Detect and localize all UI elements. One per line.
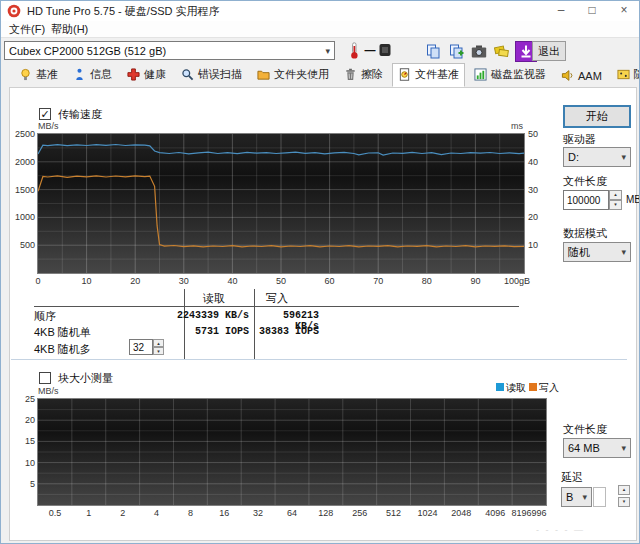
delay-spin-down: ▾ (618, 497, 630, 507)
table-divider (254, 289, 255, 359)
tab-error-scan[interactable]: 错误扫描 (175, 63, 248, 87)
tab-health[interactable]: 健康 (121, 63, 172, 87)
legend-read-label: 读取 (506, 381, 526, 395)
axis-tick-label: 10 (528, 240, 538, 250)
tab-file-benchmark[interactable]: 文件基准 (392, 63, 465, 87)
start-button[interactable]: 开始 (563, 105, 631, 128)
exit-button[interactable]: 退出 (532, 41, 566, 61)
spin-up-button[interactable]: ▴ (618, 485, 630, 495)
col-header-read: 读取 (203, 291, 225, 306)
axis-tick-label: 50 (528, 129, 538, 139)
legend-write-label: 写入 (539, 381, 559, 395)
tab-benchmark[interactable]: 基准 (13, 63, 64, 87)
axis-tick-label: 20 (528, 212, 538, 222)
axis-tick-label: 80 (405, 276, 449, 286)
main-chart-y-unit: MB/s (38, 121, 59, 131)
menu-help[interactable]: 帮助(H) (47, 21, 92, 37)
row-label-4kb-multi: 4KB 随机多 (34, 342, 91, 357)
axis-tick-label: 500 (3, 240, 35, 250)
tab-folder-usage[interactable]: 文件夹使用 (251, 63, 335, 87)
transfer-speed-chart-svg (38, 134, 524, 273)
folder-icon (257, 68, 270, 81)
taskbar-temperature-icon (379, 43, 391, 57)
save-screenshot-button[interactable] (469, 42, 489, 61)
speaker-icon (561, 69, 574, 82)
block-size-checkbox[interactable] (39, 372, 51, 384)
menu-file[interactable]: 文件(F) (5, 21, 49, 37)
tab-erase[interactable]: 擦除 (338, 63, 389, 87)
checkmark-icon: ✓ (40, 108, 49, 120)
drive-combobox[interactable]: Cubex CP2000 512GB (512 gB) ▾ (4, 41, 335, 60)
col-header-write: 写入 (266, 291, 288, 306)
table-header-rule (34, 306, 519, 307)
axis-tick-label: 5 (3, 479, 35, 489)
tab-bar: 基准 信息 健康 错误扫描 文件夹使用 擦除 文件基准 磁盘监视器 (1, 63, 639, 87)
spin-down-button[interactable]: ▾ (153, 347, 164, 355)
delay-label: 延迟 (561, 470, 583, 485)
drive-label: 驱动器 (563, 132, 596, 147)
axis-tick-label: 90 (453, 276, 497, 286)
table-divider (184, 289, 185, 359)
spin-down-button[interactable]: ▾ (618, 497, 630, 507)
app-logo-icon (7, 4, 21, 18)
chevron-down-icon: ▾ (325, 46, 330, 56)
download-arrow-icon (520, 45, 532, 58)
delay-value-box[interactable] (593, 487, 606, 507)
trash-icon (344, 68, 357, 81)
block-size-chart (37, 398, 547, 506)
options-button[interactable] (492, 42, 512, 61)
file-length-input[interactable]: 100000 (563, 190, 609, 210)
toolbar: Cubex CP2000 512GB (512 gB) ▾ — (1, 37, 639, 64)
tab-label: 文件基准 (415, 67, 459, 82)
minimize-button[interactable]: – (547, 1, 575, 21)
lightbulb-icon (19, 68, 32, 81)
menu-bar: 文件(F) 帮助(H) (1, 21, 639, 37)
title-bar: HD Tune Pro 5.75 - 硬盘/SSD 实用程序 – □ × (1, 1, 639, 21)
file-length-label: 文件长度 (563, 174, 607, 189)
chevron-down-icon: ▾ (621, 443, 626, 453)
close-button[interactable]: × (609, 1, 639, 21)
axis-tick-label: 70 (356, 276, 400, 286)
copy-pages-icon (426, 44, 441, 59)
copy-screenshot-button[interactable] (423, 42, 443, 61)
maximize-button[interactable]: □ (578, 1, 606, 21)
block-size-label: 块大小测量 (58, 371, 113, 386)
tab-label: 文件夹使用 (274, 67, 329, 82)
magnifier-icon (181, 68, 194, 81)
tab-info[interactable]: 信息 (67, 63, 118, 87)
delay-select[interactable]: B ▾ (561, 487, 592, 507)
queue-depth-input[interactable]: 32 (129, 339, 153, 355)
transfer-speed-checkbox[interactable]: ✓ (39, 108, 51, 120)
tab-random-access[interactable]: 随机访问 (611, 63, 640, 87)
transfer-speed-label: 传输速度 (58, 107, 102, 122)
tab-label: 随机访问 (634, 67, 640, 82)
window-title: HD Tune Pro 5.75 - 硬盘/SSD 实用程序 (27, 1, 220, 21)
4kb-single-read-value: 5731 IOPS (96, 326, 249, 337)
data-mode-value: 随机 (568, 245, 590, 260)
file-gauge-icon (398, 68, 411, 81)
drive-select[interactable]: D: ▾ (563, 147, 631, 167)
red-cross-icon (127, 68, 140, 81)
axis-tick-label: 20 (113, 276, 157, 286)
data-mode-select[interactable]: 随机 ▾ (563, 242, 631, 262)
chevron-down-icon: ▾ (582, 492, 587, 502)
block-size-chart-svg (38, 399, 546, 505)
tab-disk-monitor[interactable]: 磁盘监视器 (468, 63, 552, 87)
green-chart-icon (474, 68, 487, 81)
transfer-speed-chart (37, 133, 525, 274)
file-length-spinner: ▴ ▾ (609, 190, 622, 210)
file-length-unit: MB (626, 194, 640, 205)
axis-tick-label: 1000 (3, 212, 35, 222)
spin-up-button[interactable]: ▴ (153, 339, 164, 347)
tab-aam[interactable]: AAM (555, 65, 608, 87)
axis-tick-label: 0 (16, 276, 60, 286)
tab-label: 磁盘监视器 (491, 67, 546, 82)
4kb-single-write-value: 38383 IOPS (259, 326, 319, 337)
spin-down-button[interactable]: ▾ (609, 200, 622, 210)
tab-label: 基准 (36, 67, 58, 82)
axis-tick-label: 8196996 (503, 508, 555, 518)
spin-up-button[interactable]: ▴ (609, 190, 622, 200)
copy-text-button[interactable] (446, 42, 466, 61)
axis-tick-label: 50 (259, 276, 303, 286)
block-file-length-select[interactable]: 64 MB ▾ (563, 438, 631, 458)
